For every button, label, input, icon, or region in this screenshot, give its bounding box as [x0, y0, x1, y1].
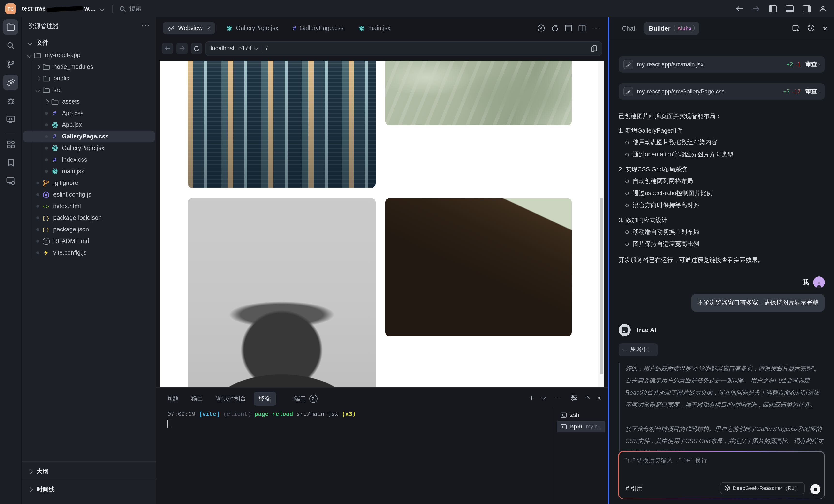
panel-tab-terminal[interactable]: 终端	[254, 392, 276, 406]
title-chevron-down-icon[interactable]	[100, 6, 104, 11]
tree-folder-node-modules[interactable]: node_modules	[22, 61, 156, 73]
outline-section[interactable]: 大纲	[28, 468, 49, 476]
tab-webview[interactable]: Webview ×	[163, 22, 215, 35]
tree-file-vite-config[interactable]: vite.config.js	[22, 247, 156, 259]
panel-more-icon[interactable]: ···	[553, 394, 563, 401]
panel-close-icon[interactable]: ×	[597, 394, 601, 401]
tree-file-package-json[interactable]: { }package.json	[22, 224, 156, 235]
window-title[interactable]: test-trae	[22, 5, 46, 12]
explorer-icon[interactable]	[3, 19, 18, 35]
chevron-down-icon	[28, 41, 32, 45]
search-label[interactable]: 搜索	[129, 5, 141, 13]
tree-folder-src[interactable]: src	[22, 84, 156, 96]
editor-more-icon[interactable]: ···	[592, 24, 601, 32]
files-section-header[interactable]: 文件	[28, 39, 49, 47]
browser-back-button[interactable]	[162, 43, 173, 54]
explorer-sidebar: 资源管理器 ··· 文件 my-react-app node_modules p…	[21, 17, 156, 504]
panel-maximize-icon[interactable]	[585, 396, 590, 401]
url-path[interactable]: /	[266, 45, 268, 52]
tree-file-gallerypage-css[interactable]: #GalleryPage.css	[23, 131, 155, 143]
timeline-section[interactable]: 时间线	[28, 486, 55, 494]
search-view-icon[interactable]	[3, 38, 18, 53]
tab-gallerypage-css[interactable]: # GalleryPage.css	[293, 25, 344, 31]
stop-generation-button[interactable]	[810, 484, 820, 494]
history-icon[interactable]	[807, 24, 815, 32]
webview-scrollbar-thumb[interactable]	[600, 198, 603, 374]
account-icon[interactable]	[819, 5, 826, 12]
close-panel-icon[interactable]: ×	[823, 24, 827, 32]
tab-builder[interactable]: Builder Alpha	[644, 22, 700, 35]
tree-file-index-css[interactable]: #index.css	[22, 154, 156, 166]
tree-file-gallerypage-jsx[interactable]: GalleryPage.jsx	[22, 143, 156, 154]
review-button[interactable]: 审查	[806, 87, 817, 95]
reference-button[interactable]: # 引用	[626, 484, 643, 492]
summary-substep: 使用动态图片数据数组渲染内容	[619, 136, 825, 149]
tree-file-readme[interactable]: ?README.md	[22, 235, 156, 247]
split-editor-icon[interactable]	[578, 25, 586, 31]
tree-file-index-html[interactable]: <>index.html	[22, 200, 156, 212]
device-toolbar-icon[interactable]	[591, 45, 597, 52]
panel-tab-problems[interactable]: 问题	[167, 395, 179, 403]
panel-layout-icon[interactable]	[565, 25, 572, 31]
chat-input[interactable]	[624, 455, 790, 477]
gallery-image-plant	[385, 61, 572, 125]
user-message-bubble: 不论浏览器窗口有多宽，请保持图片显示完整	[691, 294, 825, 312]
tab-chat[interactable]: Chat	[622, 24, 635, 32]
url-port-select[interactable]: 5174	[238, 45, 258, 52]
panel-tab-output[interactable]: 输出	[191, 395, 203, 403]
thinking-content: 好的，用户的最新请求是“不论浏览器窗口有多宽，请保持图片显示完整”。首先需要确定…	[619, 363, 825, 451]
explorer-more-icon[interactable]: ···	[141, 21, 151, 28]
source-control-icon[interactable]	[3, 56, 18, 72]
trae-ai-avatar	[619, 324, 631, 336]
terminal-view-icon[interactable]	[3, 111, 18, 127]
terminal-settings-icon[interactable]	[571, 395, 578, 401]
tree-file-eslint-config[interactable]: eslint.config.js	[22, 189, 156, 200]
chat-messages[interactable]: my-react-app/src/main.jsx +2 -1 审查 › my-…	[609, 39, 834, 451]
terminal-dropdown-icon[interactable]	[542, 395, 546, 399]
reload-icon[interactable]	[551, 24, 558, 32]
extensions-icon[interactable]	[3, 136, 18, 152]
tree-folder-assets[interactable]: assets	[22, 96, 156, 108]
open-in-browser-icon[interactable]	[537, 24, 545, 32]
debug-icon[interactable]	[3, 93, 18, 108]
panel-tab-debug-console[interactable]: 调试控制台	[216, 395, 246, 403]
tree-file-package-lock[interactable]: { }package-lock.json	[22, 212, 156, 224]
tab-main-jsx[interactable]: main.jsx	[358, 25, 391, 31]
panel-tab-ports[interactable]: 端口2	[294, 395, 317, 403]
close-tab-icon[interactable]: ×	[207, 25, 210, 31]
toggle-bottom-panel-icon[interactable]	[786, 5, 794, 12]
url-host[interactable]: localhost	[211, 45, 235, 52]
toggle-right-sidebar-icon[interactable]	[803, 5, 811, 12]
user-label: 我	[803, 278, 809, 287]
review-button[interactable]: 审查	[806, 60, 817, 68]
nav-forward-icon[interactable]	[752, 6, 760, 12]
new-terminal-icon[interactable]: +	[529, 394, 534, 402]
browser-refresh-button[interactable]	[191, 43, 202, 54]
model-selector[interactable]: DeepSeek-Reasoner（R1）	[720, 482, 805, 494]
webview-page[interactable]	[160, 61, 604, 395]
terminal-session-zsh[interactable]: zsh	[557, 409, 605, 421]
terminal-session-npm[interactable]: npm my-r...	[557, 421, 605, 432]
tree-file-app-css[interactable]: #App.css	[22, 108, 156, 119]
tree-folder-public[interactable]: public	[22, 73, 156, 84]
nav-back-icon[interactable]	[736, 6, 744, 12]
toggle-left-sidebar-icon[interactable]	[769, 5, 777, 12]
new-chat-icon[interactable]	[792, 24, 799, 32]
tab-gallerypage-jsx[interactable]: GalleryPage.jsx	[226, 25, 278, 31]
tree-file-app-jsx[interactable]: App.jsx	[22, 119, 156, 131]
tree-file-gitignore[interactable]: .gitignore	[22, 177, 156, 189]
url-bar[interactable]: localhost 5174 /	[205, 41, 602, 56]
file-change-card[interactable]: my-react-app/src/main.jsx +2 -1 审查 ›	[619, 56, 825, 73]
chevron-right-icon	[28, 469, 32, 474]
thinking-toggle[interactable]: 思考中...	[619, 343, 658, 356]
browser-forward-button[interactable]	[176, 43, 188, 54]
webview-scrollbar[interactable]	[598, 61, 604, 395]
tree-file-main-jsx[interactable]: main.jsx	[22, 166, 156, 177]
file-change-card[interactable]: my-react-app/src/GalleryPage.css +7 -17 …	[619, 83, 825, 100]
window-title-suffix: w....	[85, 5, 95, 12]
remote-preview-icon[interactable]	[3, 173, 18, 189]
webview-preview-icon[interactable]	[3, 74, 18, 90]
tree-folder-my-react-app[interactable]: my-react-app	[22, 49, 156, 61]
search-icon[interactable]	[119, 5, 126, 12]
bookmarks-icon[interactable]	[3, 155, 18, 170]
